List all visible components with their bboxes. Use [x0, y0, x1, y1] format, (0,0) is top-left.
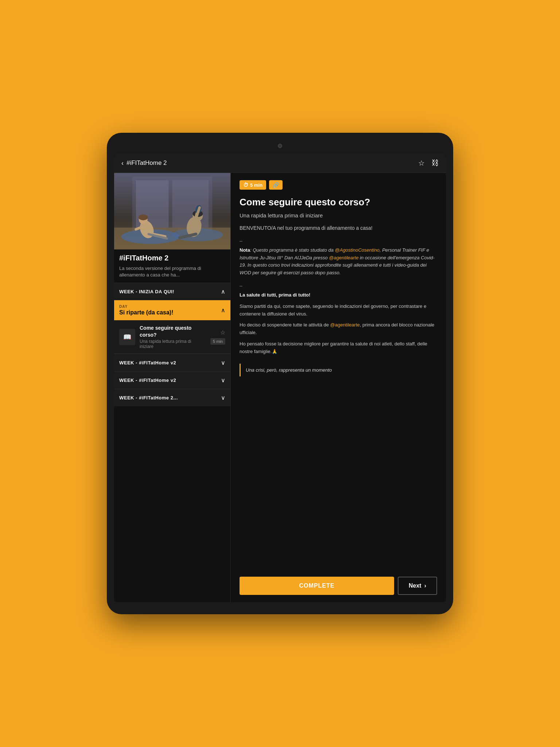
quote-block: Una crisi, però, rappresenta un momento: [240, 364, 437, 377]
lesson-title: Come seguire questo corso?: [140, 325, 206, 338]
back-button[interactable]: ‹: [121, 159, 124, 167]
day-label: DAY: [119, 305, 174, 309]
bottom-actions: COMPLETE Next ›: [240, 572, 437, 595]
week-section-open: WEEK - INIZIA DA QUI! ∧ DAY Si riparte (…: [114, 283, 230, 353]
tablet-screen: ‹ #iFITatHome 2 ☆ ⛓: [114, 154, 446, 602]
divider-1: –: [240, 238, 437, 244]
week-collapsed-label-2: WEEK - #iFITatHome v2: [119, 378, 176, 383]
week-section-collapsed-1[interactable]: WEEK - #iFITatHome v2 ∨: [114, 354, 230, 371]
day-card[interactable]: DAY Si riparte (da casa)! ∧: [114, 300, 230, 320]
note-label: Nota: [240, 247, 250, 253]
day-chevron-icon: ∧: [221, 307, 225, 314]
right-panel: ⏱ 5 min 🔗 Come seguire questo corso? Una…: [231, 173, 446, 602]
tablet-device: ‹ #iFITatHome 2 ☆ ⛓: [107, 133, 453, 614]
day-title: Si riparte (da casa)!: [119, 309, 174, 316]
course-title: #iFITatHome 2: [114, 249, 230, 265]
next-chevron-icon: ›: [424, 582, 426, 589]
quote-text: Una crisi, però, rappresenta un momento: [246, 367, 332, 373]
welcome-text: BENVENUTO/A nel tuo programma di allenam…: [240, 224, 437, 232]
week-collapsed-chevron-2: ∨: [221, 377, 225, 384]
complete-button[interactable]: COMPLETE: [240, 577, 394, 595]
lesson-subtitle: Una rapida lettura prima di iniziare: [140, 339, 206, 349]
note-link-2[interactable]: @agentilearte: [329, 255, 358, 260]
star-icon[interactable]: ☆: [418, 159, 425, 167]
header-right: ☆ ⛓: [418, 159, 439, 167]
week-section-collapsed-3[interactable]: WEEK - #iFITatHome 2... ∨: [114, 389, 230, 406]
week-collapsed-chevron-3: ∨: [221, 394, 225, 401]
left-panel: #iFITatHome 2 La seconda versione del pr…: [114, 173, 231, 602]
week-chevron-open-icon: ∧: [221, 288, 225, 295]
health-body-2-text: Ho deciso di sospendere tutte le attivit…: [240, 322, 330, 328]
lesson-meta: ☆ 5 min: [210, 329, 225, 345]
lesson-item[interactable]: 📖 Come seguire questo corso? Una rapida …: [114, 320, 230, 353]
note-link-1[interactable]: @AgostinoCosentino: [335, 247, 380, 253]
course-subtitle: La seconda versione del programma di all…: [114, 265, 230, 283]
lesson-icon-container: 📖: [119, 329, 135, 345]
lesson-duration: 5 min: [210, 338, 225, 345]
link-badge[interactable]: 🔗: [269, 180, 283, 190]
header-title: #iFITatHome 2: [127, 159, 167, 167]
next-button-label: Next: [409, 582, 421, 589]
badge-time-text: 5 min: [250, 182, 262, 188]
chain-icon: 🔗: [273, 182, 279, 188]
lesson-info: Come seguire questo corso? Una rapida le…: [140, 325, 206, 349]
header-left: ‹ #iFITatHome 2: [121, 159, 167, 167]
health-body-1: Siamo partiti da qui, come sapete, segue…: [240, 303, 437, 318]
clock-icon: ⏱: [243, 182, 248, 188]
content-title: Come seguire questo corso?: [240, 196, 437, 209]
note-block: Nota: Questo programma è stato studiato …: [240, 247, 437, 277]
week-header-open[interactable]: WEEK - INIZIA DA QUI! ∧: [114, 283, 230, 300]
next-button[interactable]: Next ›: [398, 577, 437, 595]
badges-row: ⏱ 5 min 🔗: [240, 180, 437, 190]
divider-2: –: [240, 283, 437, 289]
week-header-label: WEEK - INIZIA DA QUI!: [119, 289, 174, 294]
health-title: La salute di tutti, prima di tutto!: [240, 291, 437, 299]
link-icon[interactable]: ⛓: [431, 159, 439, 167]
lesson-star-icon[interactable]: ☆: [220, 329, 225, 336]
content-subtitle: Una rapida lettura prima di iniziare: [240, 212, 437, 218]
svg-point-10: [139, 214, 148, 220]
tablet-camera: [278, 144, 282, 148]
main-content: #iFITatHome 2 La seconda versione del pr…: [114, 173, 446, 602]
hero-image: [114, 173, 230, 249]
health-body-3: Ho pensato fosse la decisione migliore p…: [240, 340, 437, 356]
note-text: Questo programma è stato studiato da: [253, 247, 335, 253]
day-info: DAY Si riparte (da casa)!: [119, 305, 174, 316]
app-header: ‹ #iFITatHome 2 ☆ ⛓: [114, 154, 446, 173]
health-title-text: La salute di tutti, prima di tutto!: [240, 292, 310, 298]
week-collapsed-label-1: WEEK - #iFITatHome v2: [119, 360, 176, 365]
week-section-collapsed-2[interactable]: WEEK - #iFITatHome v2 ∨: [114, 371, 230, 389]
health-body-2: Ho deciso di sospendere tutte le attivit…: [240, 321, 437, 337]
week-collapsed-label-3: WEEK - #iFITatHome 2...: [119, 395, 178, 400]
time-badge: ⏱ 5 min: [240, 180, 266, 190]
week-collapsed-chevron-1: ∨: [221, 359, 225, 366]
health-link[interactable]: @agentilearte: [330, 322, 360, 328]
book-icon: 📖: [123, 333, 131, 341]
